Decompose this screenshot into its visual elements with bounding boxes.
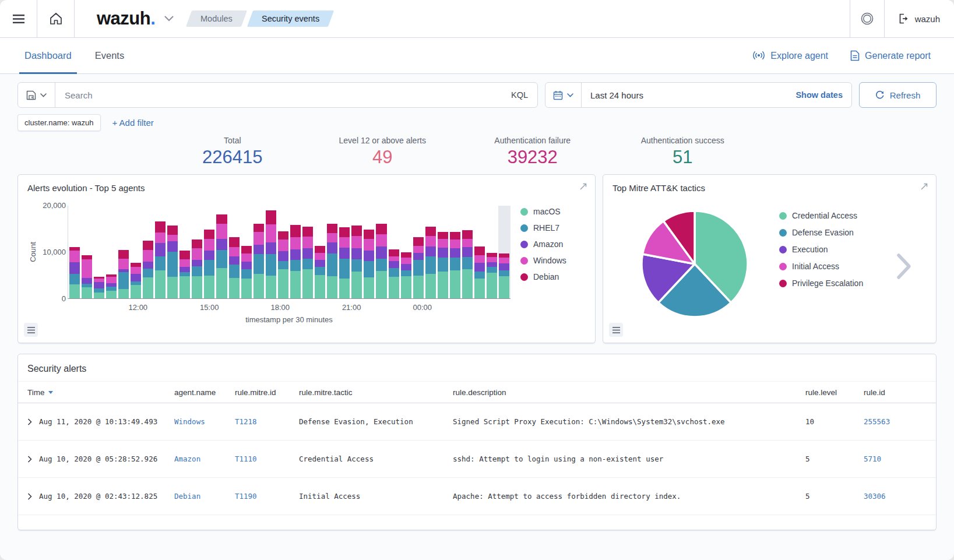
cell-agent-name-link[interactable]: Debian (174, 492, 235, 501)
bar[interactable] (449, 206, 461, 298)
breadcrumb-security-events[interactable]: Security events (247, 10, 334, 27)
cell-mitre-id-link[interactable]: T1190 (235, 492, 299, 501)
cell-rule-id-link[interactable]: 5710 (864, 455, 927, 463)
search-input[interactable] (55, 90, 502, 100)
legend-item-debian[interactable]: Debian (520, 272, 566, 281)
bar-segment-amazon (401, 264, 411, 270)
bar[interactable] (314, 206, 326, 298)
legend-item-privilege-escalation[interactable]: Privilege Escalation (779, 279, 863, 288)
bar-segment-windows (254, 232, 264, 245)
legend-item-credential-access[interactable]: Credential Access (779, 211, 863, 220)
date-quick-select-button[interactable] (545, 83, 582, 107)
bar[interactable] (154, 206, 167, 298)
bar[interactable] (412, 206, 424, 298)
bar[interactable] (167, 206, 179, 298)
bar[interactable] (117, 206, 129, 298)
bar[interactable] (301, 206, 314, 298)
bar[interactable] (424, 206, 436, 298)
kql-toggle[interactable]: KQL (502, 90, 537, 100)
bar[interactable] (326, 206, 339, 298)
menu-button[interactable] (0, 0, 37, 37)
bar[interactable] (105, 206, 117, 298)
bar-segment-macos (118, 289, 129, 298)
cell-mitre-id-link[interactable]: T1110 (235, 455, 299, 463)
bar[interactable] (129, 206, 142, 298)
cell-agent-name-link[interactable]: Amazon (174, 455, 235, 463)
bar-segment-rhel7 (167, 252, 178, 277)
bar[interactable] (339, 206, 351, 298)
bar[interactable] (179, 206, 191, 298)
bar-stack (425, 227, 436, 298)
home-button[interactable] (37, 0, 74, 37)
legend-item-rhel7[interactable]: RHEL7 (520, 223, 566, 233)
bar[interactable] (68, 206, 80, 298)
bar-segment-macos (143, 277, 153, 298)
user-menu-button[interactable]: wazuh (885, 13, 954, 24)
bar[interactable] (474, 206, 486, 298)
bar[interactable] (462, 206, 474, 298)
bar-stack (216, 214, 227, 298)
filter-chip-cluster-name[interactable]: cluster.name: wazuh (17, 114, 101, 131)
bar-segment-amazon (389, 261, 399, 268)
show-dates-button[interactable]: Show dates (787, 90, 851, 100)
next-page-chevron[interactable] (896, 253, 912, 282)
expand-panel-button[interactable] (920, 182, 928, 193)
bar[interactable] (277, 206, 289, 298)
bar[interactable] (388, 206, 400, 298)
wazuh-logo[interactable]: wazuh. (97, 8, 155, 29)
tab-events[interactable]: Events (90, 38, 129, 73)
time-range-value[interactable]: Last 24 hours (582, 90, 787, 100)
bar[interactable] (400, 206, 412, 298)
tab-dashboard[interactable]: Dashboard (19, 38, 77, 73)
bar[interactable] (203, 206, 216, 298)
cell-agent-name-link[interactable]: Windows (174, 417, 235, 426)
bar[interactable] (216, 206, 228, 298)
bar[interactable] (142, 206, 154, 298)
health-indicator-button[interactable] (850, 0, 884, 37)
bar[interactable] (265, 206, 277, 298)
legend-toggle-button[interactable] (24, 323, 38, 337)
bar[interactable] (240, 206, 252, 298)
legend-toggle-button[interactable] (609, 323, 623, 337)
cell-rule-id-link[interactable]: 30306 (864, 492, 927, 501)
bar[interactable] (436, 206, 449, 298)
add-filter-button[interactable]: + Add filter (112, 118, 154, 128)
saved-queries-button[interactable] (18, 83, 55, 107)
legend-item-macos[interactable]: macOS (520, 207, 566, 216)
bar[interactable] (93, 206, 105, 298)
bar-segment-windows (364, 239, 374, 250)
stat-metric: Total226415 (157, 136, 308, 168)
row-expand-button[interactable] (27, 456, 32, 463)
bar[interactable] (191, 206, 203, 298)
bar[interactable] (252, 206, 265, 298)
refresh-button[interactable]: Refresh (859, 82, 937, 108)
legend-item-initial-access[interactable]: Initial Access (779, 262, 863, 271)
bar[interactable] (351, 206, 363, 298)
cell-mitre-id-link[interactable]: T1218 (235, 417, 299, 426)
bar-segment-amazon (131, 274, 141, 281)
bar[interactable] (375, 206, 388, 298)
bar-stack (389, 249, 399, 298)
y-axis-ticks: 20,00010,0000 (32, 206, 66, 299)
bar[interactable] (486, 206, 498, 298)
bar[interactable] (498, 206, 511, 298)
stat-label: Level 12 or above alerts (308, 136, 458, 145)
generate-report-button[interactable]: Generate report (850, 50, 931, 61)
row-expand-button[interactable] (27, 418, 32, 425)
bar[interactable] (228, 206, 240, 298)
bar[interactable] (80, 206, 93, 298)
app-switcher-button[interactable] (164, 16, 174, 22)
column-header-time[interactable]: Time (27, 388, 174, 397)
bar[interactable] (363, 206, 375, 298)
explore-agent-button[interactable]: Explore agent (752, 50, 828, 61)
legend-item-windows[interactable]: Windows (520, 256, 566, 265)
legend-item-amazon[interactable]: Amazon (520, 240, 566, 249)
bar[interactable] (289, 206, 301, 298)
legend-item-execution[interactable]: Execution (779, 245, 863, 254)
bar-stack (487, 253, 497, 298)
legend-item-defense-evasion[interactable]: Defense Evasion (779, 228, 863, 237)
row-expand-button[interactable] (27, 493, 32, 500)
cell-rule-id-link[interactable]: 255563 (864, 417, 927, 426)
expand-panel-button[interactable] (579, 182, 587, 193)
breadcrumb-modules[interactable]: Modules (186, 10, 247, 27)
